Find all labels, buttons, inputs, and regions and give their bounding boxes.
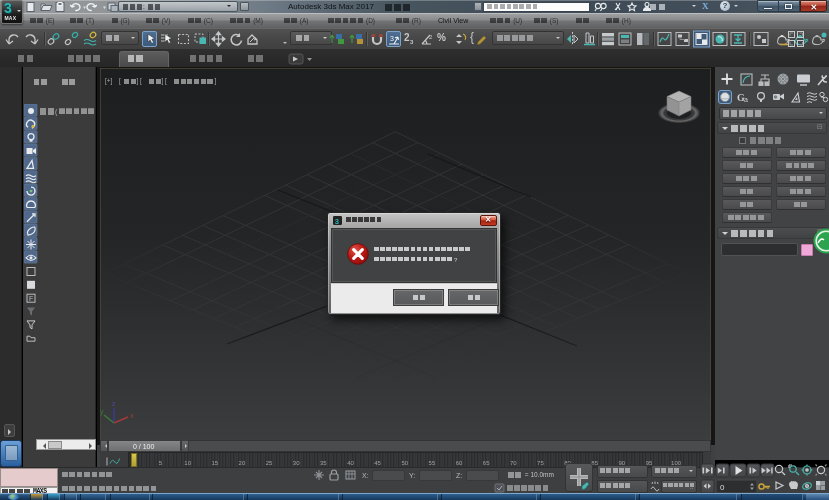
- svg-text:40: 40: [347, 460, 354, 466]
- svg-text:x: x: [130, 412, 134, 419]
- svg-text:y: y: [100, 408, 104, 416]
- svg-text:F: F: [29, 295, 33, 302]
- svg-text:75: 75: [537, 460, 544, 466]
- svg-text:65: 65: [483, 460, 490, 466]
- svg-text:30: 30: [293, 460, 300, 466]
- svg-text:25: 25: [266, 460, 273, 466]
- svg-text:50: 50: [401, 460, 408, 466]
- svg-text:3: 3: [390, 35, 394, 42]
- svg-text:60: 60: [456, 460, 463, 466]
- svg-text:70: 70: [510, 460, 517, 466]
- svg-text:2: 2: [429, 34, 433, 40]
- svg-text:35: 35: [320, 460, 327, 466]
- svg-text:0: 0: [720, 483, 725, 492]
- svg-text:3: 3: [335, 217, 339, 225]
- svg-text:55: 55: [429, 460, 436, 466]
- svg-text:45: 45: [374, 460, 381, 466]
- svg-text:15: 15: [211, 460, 218, 466]
- svg-text:20: 20: [239, 460, 246, 466]
- svg-text:10: 10: [184, 460, 191, 466]
- svg-text:a: a: [744, 96, 748, 103]
- svg-text:z: z: [112, 400, 116, 407]
